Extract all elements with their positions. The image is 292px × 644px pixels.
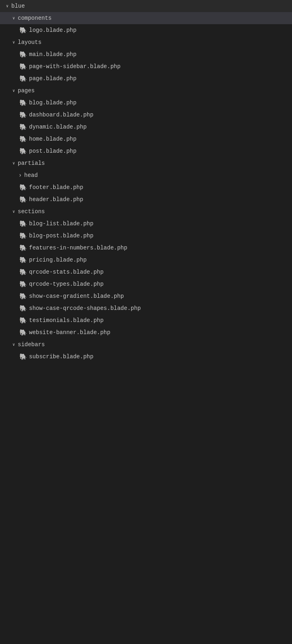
tree-item-subscribe-blade[interactable]: 🐘subscribe.blade.php [0, 351, 292, 363]
tree-item-pages[interactable]: ∨pages [0, 85, 292, 97]
tree-item-dynamic-blade[interactable]: 🐘dynamic.blade.php [0, 121, 292, 133]
chevron-down-icon[interactable]: ∨ [10, 14, 18, 22]
php-file-icon: 🐘 [19, 98, 27, 107]
file-label: pricing.blade.php [29, 257, 87, 263]
tree-item-header-blade[interactable]: 🐘header.blade.php [0, 193, 292, 206]
php-file-icon: 🐘 [19, 292, 27, 301]
file-label: logo.blade.php [29, 27, 77, 33]
php-file-icon: 🐘 [19, 219, 27, 228]
chevron-down-icon[interactable]: ∨ [10, 87, 18, 95]
tree-item-features-in-numbers-blade[interactable]: 🐘features-in-numbers.blade.php [0, 242, 292, 254]
php-file-icon: 🐘 [19, 26, 27, 35]
chevron-down-icon[interactable]: ∨ [10, 159, 18, 167]
php-file-icon: 🐘 [19, 147, 27, 156]
tree-item-post-blade[interactable]: 🐘post.blade.php [0, 145, 292, 157]
php-file-icon: 🐘 [19, 123, 27, 131]
chevron-down-icon[interactable]: ∨ [10, 38, 18, 46]
tree-item-testimonials-blade[interactable]: 🐘testimonials.blade.php [0, 314, 292, 326]
tree-item-website-banner-blade[interactable]: 🐘website-banner.blade.php [0, 326, 292, 339]
folder-label: layouts [18, 39, 42, 46]
tree-item-blog-list-blade[interactable]: 🐘blog-list.blade.php [0, 218, 292, 230]
tree-item-components[interactable]: ∨components [0, 12, 292, 24]
tree-item-qrcode-types-blade[interactable]: 🐘qrcode-types.blade.php [0, 278, 292, 290]
file-label: page.blade.php [29, 75, 77, 82]
tree-item-show-case-gradient-blade[interactable]: 🐘show-case-gradient.blade.php [0, 290, 292, 302]
file-tree: ∨blue∨components🐘logo.blade.php∨layouts🐘… [0, 0, 292, 363]
file-label: footer.blade.php [29, 184, 83, 191]
php-file-icon: 🐘 [19, 352, 27, 361]
file-label: blog.blade.php [29, 100, 77, 106]
tree-item-blue[interactable]: ∨blue [0, 0, 292, 12]
php-file-icon: 🐘 [19, 256, 27, 264]
file-label: dashboard.blade.php [29, 112, 94, 118]
tree-item-qrcode-stats-blade[interactable]: 🐘qrcode-stats.blade.php [0, 266, 292, 278]
file-label: website-banner.blade.php [29, 329, 111, 336]
php-file-icon: 🐘 [19, 183, 27, 192]
php-file-icon: 🐘 [19, 316, 27, 325]
tree-item-page-blade[interactable]: 🐘page.blade.php [0, 73, 292, 85]
tree-item-footer-blade[interactable]: 🐘footer.blade.php [0, 181, 292, 193]
file-label: main.blade.php [29, 51, 77, 58]
php-file-icon: 🐘 [19, 74, 27, 83]
php-file-icon: 🐘 [19, 268, 27, 276]
tree-item-dashboard-blade[interactable]: 🐘dashboard.blade.php [0, 109, 292, 121]
file-label: page-with-sidebar.blade.php [29, 63, 121, 70]
folder-label: blue [11, 3, 25, 9]
file-label: blog-list.blade.php [29, 220, 94, 227]
php-file-icon: 🐘 [19, 135, 27, 143]
tree-item-pricing-blade[interactable]: 🐘pricing.blade.php [0, 254, 292, 266]
file-label: subscribe.blade.php [29, 353, 94, 360]
file-label: features-in-numbers.blade.php [29, 245, 127, 251]
php-file-icon: 🐘 [19, 231, 27, 240]
file-label: qrcode-types.blade.php [29, 281, 104, 287]
chevron-down-icon[interactable]: ∨ [10, 341, 18, 349]
tree-item-blog-blade[interactable]: 🐘blog.blade.php [0, 97, 292, 109]
folder-label: sidebars [18, 341, 45, 348]
chevron-down-icon[interactable]: ∨ [3, 2, 11, 10]
php-file-icon: 🐘 [19, 50, 27, 59]
tree-item-main-blade[interactable]: 🐘main.blade.php [0, 48, 292, 60]
file-label: qrcode-stats.blade.php [29, 269, 104, 275]
php-file-icon: 🐘 [19, 62, 27, 71]
tree-item-page-with-sidebar-blade[interactable]: 🐘page-with-sidebar.blade.php [0, 60, 292, 73]
tree-item-blog-post-blade[interactable]: 🐘blog-post.blade.php [0, 230, 292, 242]
php-file-icon: 🐘 [19, 110, 27, 119]
file-label: header.blade.php [29, 196, 83, 203]
php-file-icon: 🐘 [19, 195, 27, 204]
folder-label: partials [18, 160, 45, 166]
tree-item-sections[interactable]: ∨sections [0, 206, 292, 218]
tree-item-partials[interactable]: ∨partials [0, 157, 292, 169]
file-label: post.blade.php [29, 148, 77, 154]
folder-label: components [18, 15, 52, 21]
chevron-right-icon[interactable]: › [16, 171, 24, 179]
file-label: show-case-gradient.blade.php [29, 293, 124, 299]
file-label: dynamic.blade.php [29, 124, 87, 130]
file-label: testimonials.blade.php [29, 317, 104, 324]
php-file-icon: 🐘 [19, 243, 27, 252]
tree-item-home-blade[interactable]: 🐘home.blade.php [0, 133, 292, 145]
folder-label: pages [18, 87, 35, 94]
tree-item-show-case-qrcode-shapes-blade[interactable]: 🐘show-case-qrcode-shapes.blade.php [0, 302, 292, 314]
file-label: home.blade.php [29, 136, 77, 142]
file-label: blog-post.blade.php [29, 233, 94, 239]
php-file-icon: 🐘 [19, 304, 27, 313]
folder-label: sections [18, 208, 45, 215]
php-file-icon: 🐘 [19, 328, 27, 337]
tree-item-sidebars[interactable]: ∨sidebars [0, 339, 292, 351]
tree-item-head[interactable]: ›head [0, 169, 292, 181]
tree-item-logo-blade[interactable]: 🐘logo.blade.php [0, 24, 292, 36]
php-file-icon: 🐘 [19, 280, 27, 289]
chevron-down-icon[interactable]: ∨ [10, 208, 18, 216]
folder-label: head [24, 172, 38, 179]
tree-item-layouts[interactable]: ∨layouts [0, 36, 292, 48]
file-label: show-case-qrcode-shapes.blade.php [29, 305, 141, 312]
